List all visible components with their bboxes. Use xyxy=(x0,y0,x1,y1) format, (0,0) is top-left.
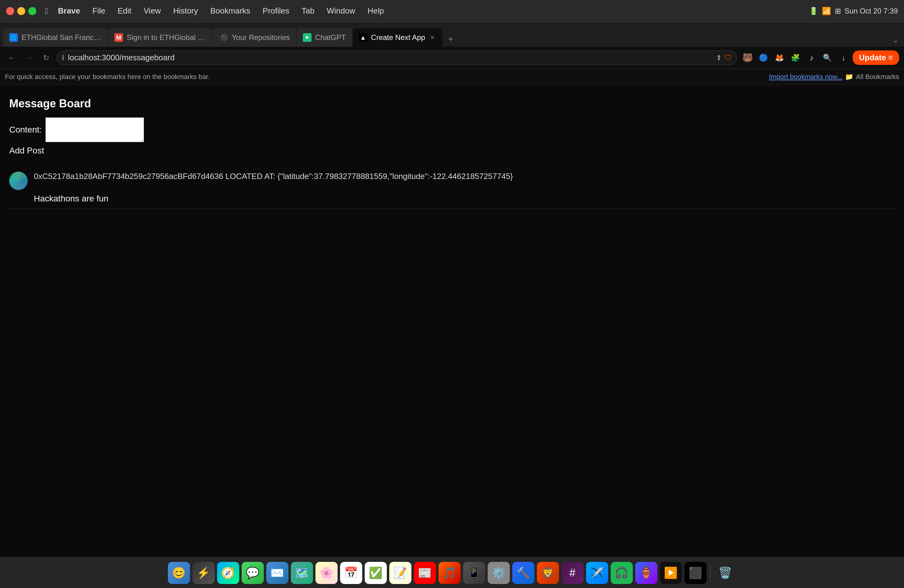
search-icon[interactable]: 🔍 xyxy=(821,51,834,65)
menu-profiles[interactable]: Profiles xyxy=(260,5,292,17)
post-item: 0xC52178a1b28AbF7734b259c27956acBFd67d46… xyxy=(9,167,895,209)
menu-view[interactable]: View xyxy=(141,5,163,17)
dock-item-launchpad[interactable]: ⚡ xyxy=(193,562,215,584)
dock-item-messages[interactable]: 💬 xyxy=(242,562,264,584)
system-prefs-icon: ⚙️ xyxy=(492,566,506,579)
bookmarks-import-link[interactable]: Import bookmarks now... xyxy=(769,73,843,81)
brave-wallet-icon[interactable]: 🐻 xyxy=(741,51,754,65)
main-content: Message Board Content: Add Post 0xC52178… xyxy=(0,85,904,557)
dock-item-simulator[interactable]: 📱 xyxy=(463,562,485,584)
extension-icon-3[interactable]: 🧩 xyxy=(789,51,802,65)
titlebar:  Brave File Edit View History Bookmarks… xyxy=(0,0,904,22)
menu-file[interactable]: File xyxy=(90,5,108,17)
dock-item-xcode[interactable]: 🔨 xyxy=(512,562,534,584)
page-title: Message Board xyxy=(9,97,895,110)
dock-item-terminal[interactable]: ⬛ xyxy=(684,562,706,584)
clock: Sun Oct 20 7:39 xyxy=(845,7,898,15)
dock-item-mail[interactable]: ✉️ xyxy=(266,562,288,584)
content-textarea[interactable] xyxy=(46,117,144,142)
extension-icon-1[interactable]: 🔵 xyxy=(757,51,770,65)
reminders-icon: ✅ xyxy=(369,566,382,579)
back-button[interactable]: ← xyxy=(5,51,19,65)
dock-item-telegram[interactable]: ✈️ xyxy=(586,562,608,584)
maximize-button[interactable] xyxy=(28,7,36,15)
post-header: 0xC52178a1b28AbF7734b259c27956acBFd67d46… xyxy=(9,172,895,190)
simulator-icon: 📱 xyxy=(467,566,481,579)
toolbar-icons: 🐻 🔵 🦊 🧩 ♪ 🔍 ↓ Update ≡ xyxy=(741,51,899,65)
tab-chatgpt[interactable]: ✦ ChatGPT xyxy=(297,28,352,47)
photos-icon: 🌸 xyxy=(319,566,333,579)
brave-icon: 🦁 xyxy=(541,566,555,579)
system-tray: 🔋 📶 ⊞ Sun Oct 20 7:39 xyxy=(809,7,898,15)
download-icon[interactable]: ↓ xyxy=(837,51,850,65)
forward-button[interactable]: → xyxy=(22,51,36,65)
dock-item-news[interactable]: 📰 xyxy=(414,562,436,584)
menu-help[interactable]: Help xyxy=(365,5,386,17)
colossus-icon: 🏺 xyxy=(639,566,653,579)
navigation-toolbar: ← → ↻ ℹ localhost:3000/messageboard ⬆ 🛡 … xyxy=(0,47,904,69)
wifi-icon: 📶 xyxy=(822,7,831,15)
extension-icon-2[interactable]: 🦊 xyxy=(773,51,786,65)
post-avatar xyxy=(9,172,28,190)
lock-icon: ℹ xyxy=(62,54,64,62)
tab-expand-button[interactable]: ⌄ xyxy=(890,33,901,47)
tab-favicon-gmail: M xyxy=(114,33,123,42)
menu-bookmarks[interactable]: Bookmarks xyxy=(208,5,253,17)
tab-nextapp[interactable]: ▲ Create Next App ✕ xyxy=(353,28,443,47)
update-button[interactable]: Update ≡ xyxy=(853,51,899,65)
address-bar[interactable]: ℹ localhost:3000/messageboard ⬆ 🛡 xyxy=(57,51,737,65)
url-text: localhost:3000/messageboard xyxy=(68,53,712,62)
new-tab-button[interactable]: + xyxy=(443,32,458,47)
menu-history[interactable]: History xyxy=(171,5,201,17)
tab-close-nextapp[interactable]: ✕ xyxy=(429,34,436,41)
dock-item-photos[interactable]: 🌸 xyxy=(316,562,338,584)
brave-shield-icon[interactable]: 🛡 xyxy=(724,54,732,62)
music-icon[interactable]: ♪ xyxy=(805,51,818,65)
menu-tab[interactable]: Tab xyxy=(299,5,317,17)
dock-item-safari[interactable]: 🧭 xyxy=(217,562,239,584)
slack-icon: # xyxy=(569,566,575,579)
dock-item-slack[interactable]: # xyxy=(561,562,583,584)
dock-item-iina[interactable]: ▶️ xyxy=(660,562,682,584)
tab-label-github: Your Repositories xyxy=(232,33,290,42)
tab-favicon-github: ⚫ xyxy=(220,33,228,42)
calendar-icon: 📅 xyxy=(344,566,358,579)
apple-icon[interactable]:  xyxy=(45,6,48,16)
content-form-row: Content: xyxy=(9,117,895,142)
dock-item-brave[interactable]: 🦁 xyxy=(537,562,559,584)
dock-item-music[interactable]: 🎵 xyxy=(438,562,461,584)
mail-icon: ✉️ xyxy=(270,566,284,579)
dock-item-maps[interactable]: 🗺️ xyxy=(291,562,313,584)
tab-label-gmail: Sign in to ETHGlobal - thomasr9... xyxy=(127,33,207,42)
all-bookmarks[interactable]: 📁 All Bookmarks xyxy=(845,73,899,81)
content-label: Content: xyxy=(9,125,42,135)
control-center-icon[interactable]: ⊞ xyxy=(835,7,841,15)
menu-bar: Brave File Edit View History Bookmarks P… xyxy=(55,5,386,17)
dock-divider xyxy=(710,564,711,582)
dock-item-reminders[interactable]: ✅ xyxy=(365,562,387,584)
messages-icon: 💬 xyxy=(246,566,259,579)
tab-github[interactable]: ⚫ Your Repositories xyxy=(213,28,296,47)
dock-item-colossus[interactable]: 🏺 xyxy=(635,562,657,584)
add-post-button[interactable]: Add Post xyxy=(9,146,44,156)
dock-item-notes[interactable]: 📝 xyxy=(389,562,411,584)
menu-window[interactable]: Window xyxy=(324,5,357,17)
menu-brave[interactable]: Brave xyxy=(55,5,82,17)
tab-ethglobal[interactable]: 🌐 ETHGlobal San Francisco xyxy=(3,28,107,47)
tab-label-nextapp: Create Next App xyxy=(371,33,425,42)
close-button[interactable] xyxy=(6,7,14,15)
reload-button[interactable]: ↻ xyxy=(40,51,53,65)
tab-label-chatgpt: ChatGPT xyxy=(315,33,346,42)
dock-item-system-prefs[interactable]: ⚙️ xyxy=(488,562,510,584)
menu-edit[interactable]: Edit xyxy=(115,5,134,17)
system-icon-1: 🔋 xyxy=(809,7,818,15)
music-icon: 🎵 xyxy=(443,566,456,579)
share-icon[interactable]: ⬆ xyxy=(716,54,722,62)
dock-item-spotify[interactable]: 🎧 xyxy=(611,562,633,584)
trash-icon: 🗑️ xyxy=(718,566,732,579)
tab-gmail[interactable]: M Sign in to ETHGlobal - thomasr9... xyxy=(108,28,213,47)
dock-item-trash[interactable]: 🗑️ xyxy=(714,562,736,584)
minimize-button[interactable] xyxy=(17,7,25,15)
dock-item-calendar[interactable]: 📅 xyxy=(340,562,362,584)
dock-item-finder[interactable]: 😊 xyxy=(168,562,190,584)
